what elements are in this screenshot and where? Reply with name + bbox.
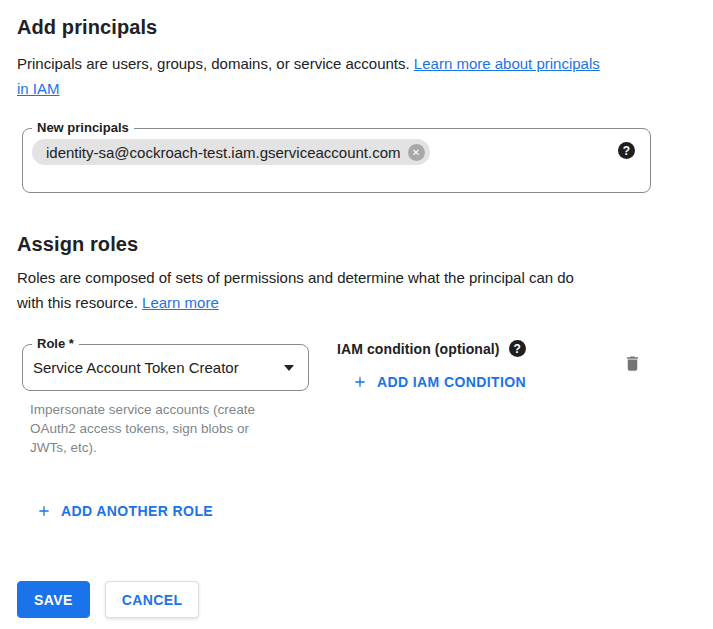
chip-remove-icon[interactable]: ✕ bbox=[408, 144, 425, 161]
add-iam-condition-label: ADD IAM CONDITION bbox=[377, 374, 526, 390]
cancel-button[interactable]: CANCEL bbox=[105, 581, 200, 618]
new-principals-field[interactable]: New principals identity-sa@cockroach-tes… bbox=[22, 128, 651, 193]
intro-text: Principals are users, groups, domains, o… bbox=[17, 51, 696, 101]
add-another-role-label: ADD ANOTHER ROLE bbox=[61, 503, 213, 519]
add-another-role-button[interactable]: ADD ANOTHER ROLE bbox=[36, 503, 213, 519]
role-column: Role * Service Account Token Creator Imp… bbox=[17, 344, 317, 457]
page-title: Add principals bbox=[17, 16, 696, 39]
roles-description: Roles are composed of sets of permission… bbox=[17, 265, 696, 315]
role-selected-value: Service Account Token Creator bbox=[33, 359, 239, 376]
learn-more-principals-link[interactable]: in IAM bbox=[17, 80, 60, 97]
help-icon[interactable]: ? bbox=[618, 142, 635, 159]
learn-more-principals-link[interactable]: Learn more about principals bbox=[414, 55, 600, 72]
role-binding-row: Role * Service Account Token Creator Imp… bbox=[17, 344, 696, 457]
add-iam-condition-button[interactable]: ADD IAM CONDITION bbox=[352, 374, 526, 390]
iam-condition-column: IAM condition (optional) ? ADD IAM CONDI… bbox=[337, 340, 526, 394]
roles-description-line1: Roles are composed of sets of permission… bbox=[17, 269, 574, 286]
plus-icon bbox=[36, 503, 52, 519]
assign-roles-title: Assign roles bbox=[17, 233, 696, 256]
save-button[interactable]: SAVE bbox=[17, 581, 90, 618]
principal-chip: identity-sa@cockroach-test.iam.gservicea… bbox=[32, 139, 430, 165]
delete-role-button[interactable] bbox=[623, 353, 642, 377]
roles-description-line2: with this resource. bbox=[17, 294, 138, 311]
plus-icon bbox=[352, 374, 368, 390]
intro-text-line1: Principals are users, groups, domains, o… bbox=[17, 55, 410, 72]
principal-chip-label: identity-sa@cockroach-test.iam.gservicea… bbox=[46, 144, 401, 161]
role-help-text: Impersonate service accounts (create OAu… bbox=[30, 400, 282, 457]
add-principals-panel: Add principals Principals are users, gro… bbox=[0, 0, 713, 618]
chevron-down-icon bbox=[284, 365, 294, 371]
help-icon[interactable]: ? bbox=[509, 340, 526, 357]
iam-condition-label: IAM condition (optional) bbox=[337, 341, 500, 357]
role-select[interactable]: Role * Service Account Token Creator bbox=[22, 344, 309, 391]
dialog-actions: SAVE CANCEL bbox=[17, 581, 696, 618]
trash-icon bbox=[623, 353, 642, 374]
role-label: Role * bbox=[32, 336, 79, 352]
learn-more-roles-link[interactable]: Learn more bbox=[142, 294, 219, 311]
new-principals-label: New principals bbox=[32, 120, 134, 136]
